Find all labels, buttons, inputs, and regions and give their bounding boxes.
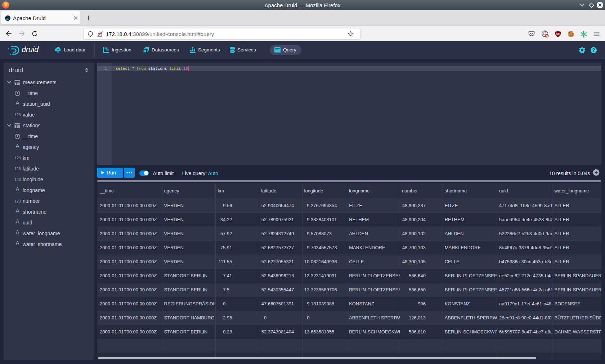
svg-text:U0: U0: [556, 33, 560, 35]
